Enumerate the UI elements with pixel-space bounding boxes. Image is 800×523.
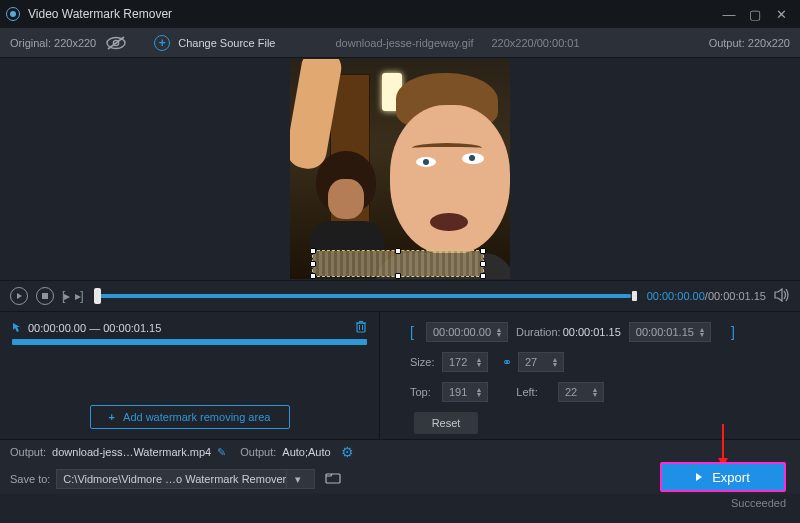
resize-handle-ne[interactable]: [480, 248, 486, 254]
top-value: 191: [449, 386, 471, 398]
size-width-spinner[interactable]: ▲▼: [475, 357, 483, 367]
resize-handle-e[interactable]: [480, 261, 486, 267]
output-file-value: download-jess…Watermark.mp4: [52, 446, 211, 458]
segment-time-range: 00:00:00.00 — 00:00:01.15: [28, 322, 355, 334]
open-folder-icon[interactable]: [325, 471, 341, 487]
size-row: Size: 172▲▼ ⚭ 27▲▼: [410, 352, 786, 372]
svg-rect-9: [326, 474, 340, 483]
resize-handle-nw[interactable]: [310, 248, 316, 254]
export-status: Succeeded: [660, 497, 786, 509]
duration-value: 00:00:01.15: [563, 326, 621, 338]
source-filename: download-jesse-ridgeway.gif: [335, 37, 473, 49]
watermark-selection-rect[interactable]: [312, 250, 484, 277]
original-dims-label: Original: 220x220: [10, 37, 96, 49]
segment-end: 00:00:01.15: [103, 322, 161, 334]
range-start-bracket-icon[interactable]: [: [410, 324, 414, 340]
chevron-down-icon[interactable]: ▾: [286, 469, 308, 489]
left-spinner[interactable]: ▲▼: [591, 387, 599, 397]
top-input[interactable]: 191▲▼: [442, 382, 488, 402]
plus-icon: +: [109, 411, 115, 423]
transport-bar: [▸ ▸] 00:00:00.00/00:00:01.15: [0, 280, 800, 312]
volume-icon[interactable]: [774, 288, 790, 304]
lower-panel: 00:00:00.00 — 00:00:01.15 + Add watermar…: [0, 312, 800, 440]
output-dims-value: 220x220: [748, 37, 790, 49]
resize-handle-s[interactable]: [395, 273, 401, 279]
output-settings-value: Auto;Auto: [282, 446, 330, 458]
minimize-button[interactable]: —: [716, 3, 742, 25]
output-settings-label: Output:: [240, 446, 276, 458]
add-watermark-area-button[interactable]: + Add watermark removing area: [90, 405, 290, 429]
top-spinner[interactable]: ▲▼: [475, 387, 483, 397]
preview-stage: [0, 58, 800, 280]
save-path-value: C:\Vidmore\Vidmore …o Watermark Remover: [63, 473, 286, 485]
annotation-arrow-icon: [718, 424, 728, 467]
export-zone: Export Succeeded: [660, 462, 786, 509]
timecode-display: 00:00:00.00/00:00:01.15: [647, 290, 766, 302]
preview-toggle-icon[interactable]: [106, 36, 126, 50]
range-end-value: 00:00:01.15: [636, 326, 694, 338]
output-label: Output:: [709, 37, 745, 49]
resize-handle-sw[interactable]: [310, 273, 316, 279]
left-input[interactable]: 22▲▼: [558, 382, 604, 402]
range-end-bracket-icon[interactable]: ]: [731, 324, 735, 340]
play-button[interactable]: [10, 287, 28, 305]
link-aspect-icon[interactable]: ⚭: [502, 355, 512, 369]
range-start-spinner[interactable]: ▲▼: [495, 327, 503, 337]
set-out-point-button[interactable]: ▸]: [75, 289, 82, 303]
export-button[interactable]: Export: [660, 462, 786, 492]
scrub-head[interactable]: [94, 288, 101, 304]
add-area-label: Add watermark removing area: [123, 411, 270, 423]
output-dims-label: Output: 220x220: [709, 37, 790, 49]
resize-handle-w[interactable]: [310, 261, 316, 267]
segment-start: 00:00:00.00: [28, 322, 86, 334]
range-start-input[interactable]: 00:00:00.00▲▼: [426, 322, 508, 342]
timecode-duration: 00:00:01.15: [708, 290, 766, 302]
original-label: Original:: [10, 37, 51, 49]
size-label: Size:: [410, 356, 442, 368]
range-start-value: 00:00:00.00: [433, 326, 491, 338]
window-title: Video Watermark Remover: [28, 7, 172, 21]
output-settings-icon[interactable]: ⚙: [341, 444, 354, 460]
close-button[interactable]: ✕: [768, 3, 794, 25]
stop-button[interactable]: [36, 287, 54, 305]
play-triangle-icon: [696, 473, 702, 481]
info-bar: Original: 220x220 + Change Source File d…: [0, 28, 800, 58]
controls-pane: [ 00:00:00.00▲▼ Duration:00:00:01.15 00:…: [380, 312, 800, 439]
maximize-button[interactable]: ▢: [742, 3, 768, 25]
save-path-dropdown[interactable]: C:\Vidmore\Vidmore …o Watermark Remover …: [56, 469, 315, 489]
delete-segment-button[interactable]: [355, 320, 367, 336]
save-to-label: Save to:: [10, 473, 50, 485]
size-width-value: 172: [449, 356, 471, 368]
segment-pane: 00:00:00.00 — 00:00:01.15 + Add watermar…: [0, 312, 380, 439]
add-source-icon[interactable]: +: [154, 35, 170, 51]
duration-label: Duration:: [516, 326, 561, 338]
video-frame[interactable]: [290, 59, 510, 279]
time-range-row: [ 00:00:00.00▲▼ Duration:00:00:01.15 00:…: [410, 322, 786, 342]
set-in-point-button[interactable]: [▸: [62, 289, 69, 303]
timecode-position: 00:00:00.00: [647, 290, 705, 302]
rename-output-icon[interactable]: ✎: [217, 446, 226, 459]
left-label: Left:: [496, 386, 558, 398]
output-file-row: Output: download-jess…Watermark.mp4 ✎ Ou…: [0, 440, 800, 464]
app-logo-icon: [6, 7, 20, 21]
segment-row[interactable]: 00:00:00.00 — 00:00:01.15: [12, 320, 367, 336]
range-end-spinner[interactable]: ▲▼: [698, 327, 706, 337]
svg-rect-4: [357, 323, 365, 332]
top-label: Top:: [410, 386, 442, 398]
size-height-input[interactable]: 27▲▼: [518, 352, 564, 372]
size-height-value: 27: [525, 356, 547, 368]
title-bar: Video Watermark Remover — ▢ ✕: [0, 0, 800, 28]
original-dims-value: 220x220: [54, 37, 96, 49]
pointer-icon: [12, 322, 24, 334]
export-label: Export: [712, 470, 750, 485]
svg-marker-3: [775, 289, 782, 301]
size-width-input[interactable]: 172▲▼: [442, 352, 488, 372]
resize-handle-n[interactable]: [395, 248, 401, 254]
size-height-spinner[interactable]: ▲▼: [551, 357, 559, 367]
reset-button[interactable]: Reset: [414, 412, 478, 434]
change-source-button[interactable]: Change Source File: [178, 37, 275, 49]
timeline-scrubber[interactable]: [95, 289, 637, 303]
range-end-input[interactable]: 00:00:01.15▲▼: [629, 322, 711, 342]
position-row: Top: 191▲▼ Left: 22▲▼: [410, 382, 786, 402]
resize-handle-se[interactable]: [480, 273, 486, 279]
